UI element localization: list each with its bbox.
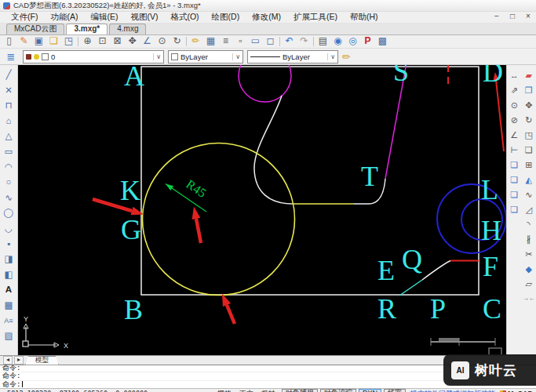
circle-tool-icon[interactable]: ○ bbox=[1, 175, 16, 191]
line-tool-icon[interactable]: ╱ bbox=[1, 67, 16, 83]
menu-edit[interactable]: 编辑(E) bbox=[84, 12, 124, 23]
point-tool-icon[interactable]: ▪ bbox=[1, 237, 16, 252]
create-block-tool-icon[interactable]: ◧ bbox=[1, 267, 16, 283]
menu-extended-tools[interactable]: 扩展工具(E) bbox=[287, 12, 344, 23]
linetype-select[interactable]: ByLayer ∨ bbox=[247, 50, 338, 64]
toggle-osnap[interactable]: 对象捕捉 bbox=[282, 389, 318, 392]
draw-pencil-icon[interactable]: ✏ bbox=[188, 35, 203, 48]
hatch-tool-icon[interactable]: ▨ bbox=[1, 328, 16, 344]
dim-angular-icon[interactable]: ∠ bbox=[507, 128, 521, 143]
menu-function[interactable]: 功能(A) bbox=[44, 12, 84, 23]
display-settings-icon[interactable]: ▭ bbox=[248, 35, 263, 48]
viewport-a-icon[interactable]: ❏ bbox=[507, 158, 521, 172]
computer-sync-icon[interactable]: ◻ bbox=[263, 35, 278, 48]
tab-3mxg[interactable]: 3.mxg* bbox=[66, 24, 108, 34]
array-icon[interactable]: ⊞ bbox=[522, 158, 536, 172]
new-file-icon[interactable]: ▯ bbox=[2, 35, 16, 48]
maximize-button[interactable]: □ bbox=[507, 12, 518, 20]
zoom-object-icon[interactable]: ⊙ bbox=[155, 35, 170, 48]
dim-radius-icon[interactable]: ⊙ bbox=[507, 98, 521, 113]
layer-select[interactable]: 0 ∨ bbox=[23, 50, 164, 64]
dim-linear-icon[interactable]: ↔ bbox=[507, 68, 521, 83]
fillet-icon[interactable]: ◝ bbox=[522, 217, 536, 232]
menu-draw[interactable]: 绘图(D) bbox=[206, 12, 246, 23]
minimize-button[interactable]: − bbox=[491, 12, 502, 20]
polygon-tool-icon[interactable]: ⌂ bbox=[1, 114, 16, 129]
save-as-icon[interactable]: ◳ bbox=[61, 35, 76, 48]
insert-block-tool-icon[interactable]: ◨ bbox=[1, 252, 16, 267]
redo-icon[interactable]: ↷ bbox=[297, 35, 312, 48]
page-setup-icon[interactable]: ▫ bbox=[233, 35, 248, 48]
toggle-lineweight[interactable]: 线宽 bbox=[384, 389, 406, 392]
stretch-icon[interactable]: ▱ bbox=[522, 277, 536, 292]
web-publish-icon[interactable]: ◉ bbox=[330, 35, 345, 48]
rotate-view-icon[interactable]: ↻ bbox=[170, 35, 184, 48]
arc-tool-icon[interactable]: ◠ bbox=[1, 160, 16, 176]
erase-icon[interactable]: ▰ bbox=[522, 68, 536, 83]
join-icon[interactable]: →← bbox=[522, 292, 536, 307]
export-pdf-icon[interactable]: P bbox=[360, 35, 375, 48]
mirror-icon[interactable]: ◭ bbox=[522, 172, 536, 187]
menu-view[interactable]: 视图(V) bbox=[124, 12, 164, 23]
menu-help[interactable]: 帮助(H) bbox=[344, 12, 385, 23]
measure-angle-icon[interactable]: ∠ bbox=[140, 35, 155, 48]
toggle-grid[interactable]: 栅格 bbox=[217, 389, 232, 392]
quick-edit-pencil-icon[interactable]: ✏ bbox=[342, 51, 351, 63]
revision-arc-tool-icon[interactable]: ◡ bbox=[1, 221, 16, 237]
ellipse-tool-icon[interactable]: ◯ bbox=[1, 205, 16, 221]
polyline-tool-icon[interactable]: ⊓ bbox=[1, 98, 16, 114]
menu-file[interactable]: 文件(F) bbox=[5, 12, 44, 23]
text-tool-icon[interactable]: A bbox=[1, 282, 16, 298]
dim-continue-icon[interactable]: ⊢ bbox=[507, 143, 521, 158]
web-map-icon[interactable]: ◎ bbox=[345, 35, 360, 48]
chamfer-icon[interactable]: ◿ bbox=[522, 202, 536, 217]
curve-edit-icon[interactable]: ∿ bbox=[522, 187, 536, 202]
insert-image-icon[interactable]: ▩ bbox=[375, 35, 390, 48]
toggle-ortho[interactable]: 正交 bbox=[239, 389, 253, 392]
feedback-link[interactable]: 提交软件问题或增加新功能 bbox=[410, 389, 495, 392]
zoom-extents-icon[interactable]: ⊠ bbox=[110, 35, 125, 48]
zoom-in-icon[interactable]: ⊕ bbox=[80, 35, 95, 48]
undo-icon[interactable]: ↶ bbox=[282, 35, 297, 48]
dim-diameter-icon[interactable]: ⊘ bbox=[507, 113, 521, 128]
toggle-dyn[interactable]: DYN bbox=[359, 389, 381, 392]
color-select[interactable]: ByLayer ∨ bbox=[168, 50, 243, 64]
rotate-icon[interactable]: ↻ bbox=[522, 113, 536, 128]
toggle-polar[interactable]: 极轴 bbox=[261, 389, 275, 392]
mtext-tool-icon[interactable]: A≡ bbox=[1, 314, 16, 329]
tab-mxcad-cloud[interactable]: MxCAD云图 bbox=[6, 24, 64, 34]
save-icon[interactable]: ▣ bbox=[31, 35, 46, 48]
image-tool-icon[interactable]: ▩ bbox=[1, 298, 16, 314]
sketch-save-icon[interactable]: ✎ bbox=[16, 35, 31, 48]
pan-icon[interactable]: ✥ bbox=[125, 35, 140, 48]
trim-icon[interactable]: ✂ bbox=[522, 247, 536, 262]
copy-icon[interactable]: ❐ bbox=[522, 83, 536, 98]
print-icon[interactable]: ▤ bbox=[315, 35, 330, 48]
menu-modify[interactable]: 修改(M) bbox=[246, 12, 287, 23]
zoom-window-icon[interactable]: ⊡ bbox=[95, 35, 110, 48]
polygon-inscribed-tool-icon[interactable]: △ bbox=[1, 129, 16, 144]
canvas-label-e: E bbox=[377, 255, 395, 286]
viewport-b-icon[interactable]: ❏ bbox=[507, 172, 521, 187]
construction-line-tool-icon[interactable]: ✕ bbox=[1, 83, 16, 99]
break-icon[interactable]: ∦ bbox=[522, 232, 536, 247]
model-tab[interactable]: 模型 bbox=[25, 356, 59, 365]
viewport-c-icon[interactable]: ❏ bbox=[507, 187, 521, 202]
menu-format[interactable]: 格式(O) bbox=[164, 12, 205, 23]
explode-icon[interactable]: ◆ bbox=[522, 262, 536, 277]
close-button[interactable]: × bbox=[523, 12, 534, 20]
spline-tool-icon[interactable]: ∿ bbox=[1, 191, 16, 206]
open-folder-icon[interactable]: ❏ bbox=[46, 35, 61, 48]
scale-icon[interactable]: ◳ bbox=[522, 128, 536, 143]
viewport-d-icon[interactable]: ❏ bbox=[507, 202, 521, 217]
toggle-otrack[interactable]: 对象追踪 bbox=[320, 389, 356, 392]
table-icon[interactable]: ▦ bbox=[203, 35, 218, 48]
text-style-icon[interactable]: ≡ bbox=[218, 35, 233, 48]
dim-aligned-icon[interactable]: ⇗ bbox=[507, 83, 521, 98]
tab-4mxg[interactable]: 4.mxg bbox=[109, 24, 146, 34]
move-icon[interactable]: ✥ bbox=[522, 98, 536, 113]
rectangle-tool-icon[interactable]: ▭ bbox=[1, 144, 16, 160]
drawing-canvas[interactable]: R45 Y X bbox=[18, 65, 506, 355]
offset-icon[interactable]: ❏ bbox=[522, 143, 536, 158]
layers-icon[interactable]: ≣ bbox=[3, 51, 19, 63]
